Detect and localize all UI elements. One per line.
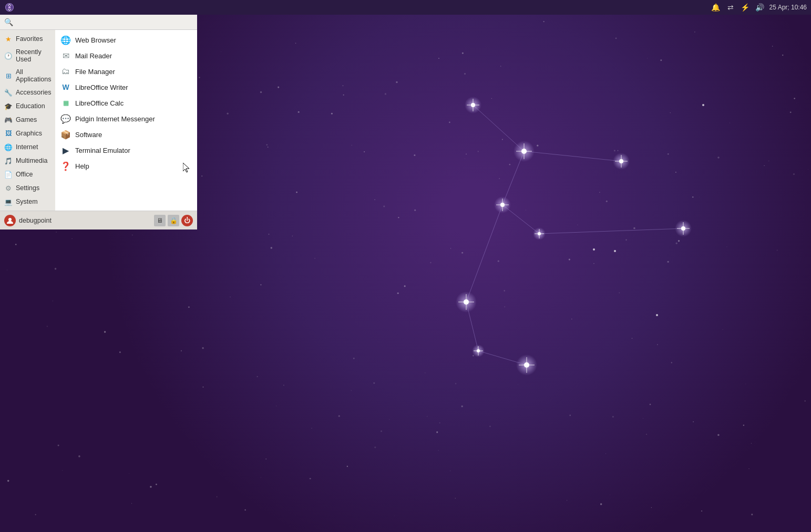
pidgin-label: Pidgin Internet Messenger <box>75 115 155 123</box>
taskbar: 🔔 ⇄ ⚡ 🔊 25 Apr; 10:46 <box>0 0 811 15</box>
system-label: System <box>16 198 38 205</box>
help-icon: ❓ <box>60 161 71 171</box>
sidebar-item-multimedia[interactable]: 🎵 Multimedia <box>0 154 55 168</box>
internet-icon: 🌐 <box>4 143 13 151</box>
favorites-icon: ★ <box>4 35 13 43</box>
switch-user-button[interactable]: 🖥 <box>154 215 166 226</box>
bottom-left: debugpoint <box>4 215 52 226</box>
file-manager-icon: 🗂 <box>60 66 71 77</box>
taskbar-right: 🔔 ⇄ ⚡ 🔊 25 Apr; 10:46 <box>711 2 811 13</box>
app-item-help[interactable]: ❓ Help <box>55 158 197 174</box>
app-item-libreoffice-calc[interactable]: ▦ LibreOffice Calc <box>55 95 197 111</box>
all-apps-label: All Applications <box>16 68 51 83</box>
education-icon: 🎓 <box>4 102 13 110</box>
recently-used-label: Recently Used <box>16 48 51 63</box>
education-label: Education <box>16 102 45 110</box>
app-menu-button[interactable] <box>2 0 17 15</box>
bottom-right: 🖥 🔒 ⏻ <box>154 215 193 226</box>
username-label: debugpoint <box>19 217 52 224</box>
app-menu: 🔍 ★ Favorites 🕐 Recently Used ⊞ All Appl… <box>0 15 197 230</box>
power-button[interactable]: ⏻ <box>181 215 193 226</box>
sidebar-item-favorites[interactable]: ★ Favorites <box>0 32 55 46</box>
office-icon: 📄 <box>4 170 13 179</box>
favorites-label: Favorites <box>16 35 43 43</box>
sidebar-item-office[interactable]: 📄 Office <box>0 168 55 181</box>
internet-label: Internet <box>16 143 38 151</box>
sidebar-item-recently-used[interactable]: 🕐 Recently Used <box>0 46 55 66</box>
software-icon: 📦 <box>60 129 71 140</box>
sidebar-item-internet[interactable]: 🌐 Internet <box>0 140 55 154</box>
app-item-web-browser[interactable]: 🌐 Web Browser <box>55 32 197 48</box>
categories-panel: ★ Favorites 🕐 Recently Used ⊞ All Applic… <box>0 30 55 211</box>
accessories-icon: 🔧 <box>4 88 13 97</box>
office-label: Office <box>16 171 33 178</box>
libreoffice-writer-label: LibreOffice Writer <box>75 84 128 91</box>
app-item-file-manager[interactable]: 🗂 File Manager <box>55 64 197 79</box>
sidebar-item-system[interactable]: 💻 System <box>0 195 55 208</box>
switch-app-icon[interactable]: ⇄ <box>725 2 736 13</box>
user-avatar <box>4 215 16 226</box>
sidebar-item-settings[interactable]: ⚙ Settings <box>0 181 55 195</box>
web-browser-icon: 🌐 <box>60 35 71 45</box>
svg-point-1 <box>8 6 11 9</box>
notification-icon[interactable]: 🔔 <box>711 2 721 13</box>
pidgin-icon: 💬 <box>60 113 71 124</box>
user-avatar-icon <box>6 217 14 224</box>
terminal-icon: ▶ <box>60 145 71 155</box>
sidebar-item-all-applications[interactable]: ⊞ All Applications <box>0 66 55 86</box>
recently-used-icon: 🕐 <box>4 51 13 60</box>
search-icon: 🔍 <box>4 18 13 26</box>
games-icon: 🎮 <box>4 116 13 124</box>
volume-icon[interactable]: 🔊 <box>755 2 765 13</box>
taskbar-left <box>0 0 17 15</box>
system-icon: 💻 <box>4 197 13 206</box>
menu-body: ★ Favorites 🕐 Recently Used ⊞ All Applic… <box>0 30 197 211</box>
sidebar-item-graphics[interactable]: 🖼 Graphics <box>0 127 55 140</box>
sidebar-item-education[interactable]: 🎓 Education <box>0 99 55 113</box>
help-label: Help <box>75 162 89 170</box>
accessories-label: Accessories <box>16 89 51 96</box>
multimedia-label: Multimedia <box>16 157 47 164</box>
lock-button[interactable]: 🔒 <box>168 215 179 226</box>
settings-label: Settings <box>16 184 39 192</box>
graphics-label: Graphics <box>16 130 42 137</box>
sidebar-item-accessories[interactable]: 🔧 Accessories <box>0 86 55 99</box>
mail-reader-icon: ✉ <box>60 50 71 61</box>
file-manager-label: File Manager <box>75 68 115 76</box>
app-item-mail-reader[interactable]: ✉ Mail Reader <box>55 48 197 64</box>
terminal-label: Terminal Emulator <box>75 147 130 154</box>
multimedia-icon: 🎵 <box>4 157 13 165</box>
app-item-pidgin[interactable]: 💬 Pidgin Internet Messenger <box>55 111 197 127</box>
apps-panel: 🌐 Web Browser ✉ Mail Reader 🗂 File Manag… <box>55 30 197 211</box>
search-bar: 🔍 <box>0 15 197 30</box>
bottom-bar: debugpoint 🖥 🔒 ⏻ <box>0 211 197 230</box>
software-label: Software <box>75 131 102 139</box>
web-browser-label: Web Browser <box>75 36 116 44</box>
svg-point-2 <box>8 218 12 221</box>
app-item-libreoffice-writer[interactable]: W LibreOffice Writer <box>55 79 197 95</box>
graphics-icon: 🖼 <box>4 129 13 138</box>
app-item-terminal[interactable]: ▶ Terminal Emulator <box>55 142 197 158</box>
app-item-software[interactable]: 📦 Software <box>55 127 197 142</box>
games-label: Games <box>16 116 37 123</box>
libreoffice-writer-icon: W <box>60 82 71 92</box>
settings-icon: ⚙ <box>4 184 13 192</box>
libreoffice-calc-icon: ▦ <box>60 98 71 108</box>
all-apps-icon: ⊞ <box>4 71 13 80</box>
mail-reader-label: Mail Reader <box>75 52 112 60</box>
datetime: 25 Apr; 10:46 <box>769 4 807 11</box>
sidebar-item-games[interactable]: 🎮 Games <box>0 113 55 127</box>
power-status-icon[interactable]: ⚡ <box>740 2 751 13</box>
search-input[interactable] <box>16 18 193 26</box>
libreoffice-calc-label: LibreOffice Calc <box>75 99 124 107</box>
